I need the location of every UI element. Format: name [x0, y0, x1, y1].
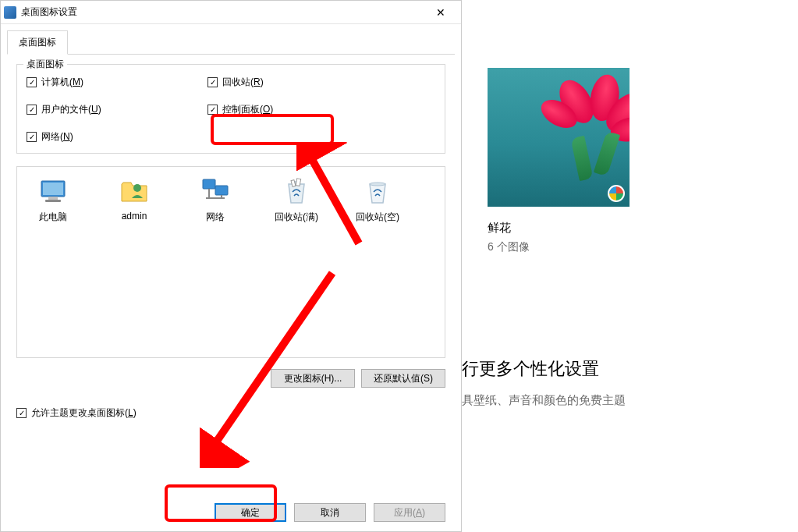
desktop-icons-group: 桌面图标 计算机(M) 回收站(R) 用户的文件(U) 控制面板(O): [16, 64, 445, 154]
checkbox-allow-themes[interactable]: 允许主题更改桌面图标(L): [16, 406, 445, 420]
checkbox-icon: [27, 132, 37, 142]
theme-card[interactable]: 鲜花 6 个图像: [488, 68, 630, 254]
theme-title: 鲜花: [488, 221, 630, 236]
window-title: 桌面图标设置: [21, 5, 423, 19]
icon-label: 回收站(空): [356, 211, 399, 224]
ok-button[interactable]: 确定: [215, 503, 286, 522]
icon-recycle-bin-full[interactable]: 回收站(满): [267, 175, 326, 224]
checkbox-icon: [27, 77, 37, 87]
checkbox-icon: [207, 77, 218, 87]
background-subtext: 具壁纸、声音和颜色的免费主题: [462, 393, 626, 408]
checkbox-icon: [27, 105, 37, 115]
icon-user-folder[interactable]: admin: [105, 175, 164, 222]
svg-rect-5: [203, 179, 215, 189]
background-heading: 行更多个性化设置: [462, 357, 599, 381]
icon-preview-area: 此电脑 admin: [16, 166, 445, 358]
icon-label: 网络: [206, 211, 225, 224]
background-panel: 鲜花 6 个图像 行更多个性化设置 具壁纸、声音和颜色的免费主题: [462, 0, 798, 532]
change-icon-button[interactable]: 更改图标(H)...: [271, 369, 355, 388]
icon-recycle-bin-empty[interactable]: 回收站(空): [348, 175, 407, 224]
svg-rect-2: [48, 197, 58, 200]
theme-preview-image: [488, 68, 630, 207]
checkbox-icon: [16, 408, 27, 418]
icon-label: 此电脑: [39, 211, 67, 224]
svg-rect-3: [45, 200, 61, 202]
computer-icon: [37, 175, 69, 206]
desktop-icon-settings-dialog: 桌面图标设置 ✕ 桌面图标 桌面图标 计算机(M) 回收站(R) 用户的文件(U…: [0, 0, 462, 532]
svg-point-12: [370, 183, 385, 186]
close-button[interactable]: ✕: [423, 2, 458, 23]
svg-point-4: [133, 184, 141, 192]
checkbox-icon: [207, 105, 218, 115]
theme-subtitle: 6 个图像: [488, 240, 630, 254]
checkbox-network[interactable]: 网络(N): [27, 130, 207, 144]
network-icon: [200, 175, 231, 206]
cancel-button[interactable]: 取消: [294, 503, 366, 522]
icon-network[interactable]: 网络: [186, 175, 245, 224]
icon-label: admin: [122, 211, 147, 222]
svg-rect-6: [215, 186, 228, 195]
svg-rect-11: [296, 179, 300, 186]
restore-defaults-button[interactable]: 还原默认值(S): [361, 369, 445, 388]
tab-desktop-icons[interactable]: 桌面图标: [7, 30, 68, 55]
checkbox-user-files[interactable]: 用户的文件(U): [27, 103, 207, 116]
apply-button[interactable]: 应用(A): [374, 503, 445, 522]
app-icon: [4, 6, 16, 19]
group-legend: 桌面图标: [23, 58, 67, 71]
checkbox-computer[interactable]: 计算机(M): [27, 76, 207, 89]
checkbox-control-panel[interactable]: 控制面板(O): [207, 103, 388, 116]
recycle-empty-icon: [362, 175, 393, 206]
recycle-full-icon: [281, 175, 312, 206]
tabstrip: 桌面图标: [7, 30, 455, 55]
checkbox-recycle-bin[interactable]: 回收站(R): [207, 76, 388, 89]
titlebar[interactable]: 桌面图标设置 ✕: [1, 1, 461, 24]
user-folder-icon: [119, 175, 150, 206]
svg-rect-1: [43, 183, 63, 195]
icon-label: 回收站(满): [275, 211, 318, 224]
icon-this-pc[interactable]: 此电脑: [23, 175, 83, 224]
palette-icon: [608, 185, 625, 202]
